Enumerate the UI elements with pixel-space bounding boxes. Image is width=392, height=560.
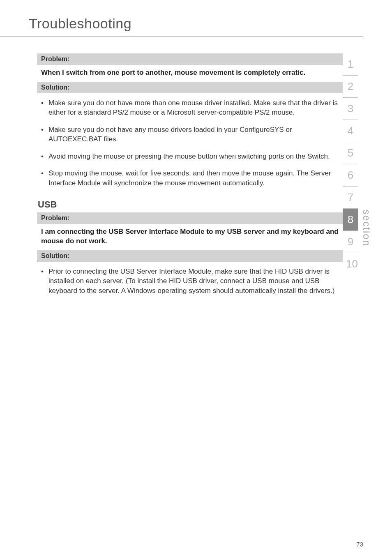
section-num-7: 7 — [343, 187, 358, 209]
main-content: Problem: When I switch from one port to … — [0, 37, 392, 295]
section-num-8: 8 — [343, 209, 358, 231]
solution-list-1: Make sure you do not have more than one … — [37, 96, 343, 188]
section-num-4: 4 — [343, 120, 358, 142]
problem-text-2: I am connecting the USB Server Interface… — [37, 226, 343, 250]
section-num-3: 3 — [343, 98, 358, 120]
list-item: Make sure you do not have any mouse driv… — [41, 125, 343, 144]
list-item: Stop moving the mouse, wait for five sec… — [41, 168, 343, 188]
section-num-5: 5 — [343, 142, 358, 164]
section-label: section — [361, 210, 372, 247]
section-sidebar: 1 2 3 4 5 6 7 8 9 10 section — [343, 53, 372, 275]
problem-text-1: When I switch from one port to another, … — [37, 67, 343, 82]
problem-header-1: Problem: — [37, 53, 343, 65]
solution-list-2: Prior to connecting the USB Server Inter… — [37, 264, 343, 295]
solution-header-2: Solution: — [37, 250, 343, 262]
problem-header-2: Problem: — [37, 212, 343, 224]
list-item: Make sure you do not have more than one … — [41, 98, 343, 118]
list-item: Prior to connecting the USB Server Inter… — [41, 267, 343, 295]
page-number: 73 — [356, 541, 363, 548]
section-num-6: 6 — [343, 164, 358, 187]
section-num-10: 10 — [343, 253, 358, 275]
section-numbers: 1 2 3 4 5 6 7 8 9 10 — [343, 53, 358, 275]
section-num-9: 9 — [343, 231, 358, 253]
section-num-2: 2 — [343, 76, 358, 98]
section-num-1: 1 — [343, 53, 358, 76]
solution-header-1: Solution: — [37, 82, 343, 93]
usb-heading: USB — [37, 195, 343, 212]
list-item: Avoid moving the mouse or pressing the m… — [41, 152, 343, 161]
page-title: Troubleshooting — [0, 0, 363, 37]
